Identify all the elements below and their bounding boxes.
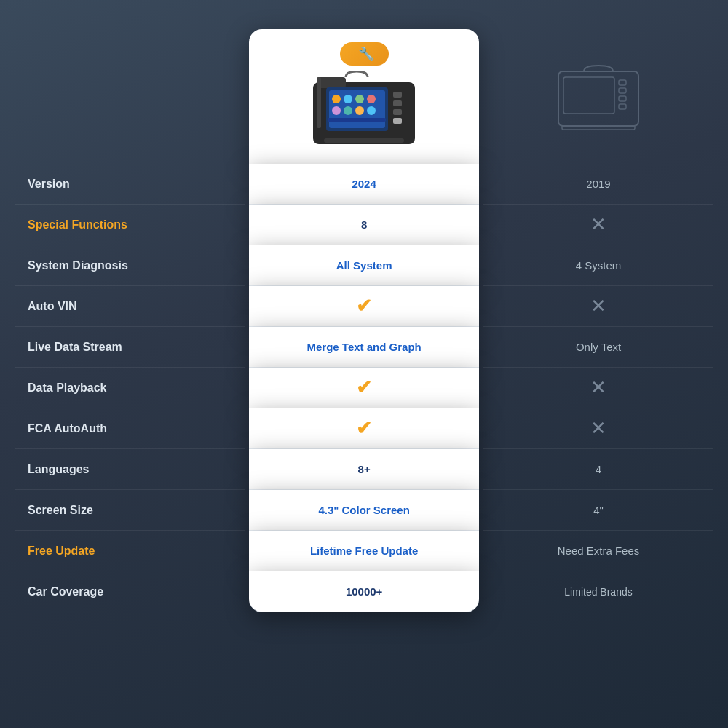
feature-label: FCA AutoAuth — [15, 408, 245, 449]
nt624-value: 4.3" Color Screen — [249, 490, 479, 531]
svg-rect-15 — [393, 100, 402, 106]
svg-rect-14 — [393, 92, 402, 98]
table-row: Free UpdateLifetime Free UpdateNeed Extr… — [15, 531, 713, 571]
nt624-value: 10000+ — [249, 571, 479, 612]
nt624-value: ✔ — [249, 408, 479, 449]
svg-rect-16 — [393, 109, 402, 115]
feature-label: Free Update — [15, 531, 245, 571]
svg-point-7 — [355, 95, 364, 103]
feature-col-header — [15, 29, 245, 164]
svg-point-11 — [355, 106, 364, 115]
cross-icon: ✕ — [590, 376, 606, 399]
table-row: Languages8+4 — [15, 449, 713, 490]
svg-rect-2 — [317, 77, 321, 128]
comparison-grid: 🔧 — [15, 29, 713, 612]
competitor-value: Only Text — [483, 327, 713, 368]
table-row: Live Data StreamMerge Text and GraphOnly… — [15, 327, 713, 368]
nt624-badge: 🔧 — [340, 42, 389, 66]
check-icon: ✔ — [356, 376, 372, 399]
wrench-icon: 🔧 — [358, 46, 374, 62]
table-row: Auto VIN✔✕ — [15, 286, 713, 327]
nt624-value: ✔ — [249, 368, 479, 408]
nt624-value: Lifetime Free Update — [249, 531, 479, 571]
svg-point-9 — [332, 106, 341, 115]
svg-point-5 — [332, 95, 341, 103]
table-row: Data Playback✔✕ — [15, 368, 713, 408]
svg-rect-22 — [619, 88, 626, 93]
feature-label: System Diagnosis — [15, 245, 245, 286]
svg-rect-13 — [328, 118, 386, 122]
competitor-col-header — [483, 29, 713, 164]
feature-label: Car Coverage — [15, 571, 245, 612]
competitor-value: 2019 — [483, 164, 713, 205]
svg-rect-23 — [619, 96, 626, 101]
table-row: System DiagnosisAll System4 System — [15, 245, 713, 286]
svg-rect-21 — [619, 80, 626, 85]
cross-icon: ✕ — [590, 295, 606, 317]
data-rows: Version20242019Special Functions8✕System… — [15, 164, 713, 612]
competitor-value: ✕ — [483, 205, 713, 245]
svg-point-8 — [367, 95, 376, 103]
competitor-value: 4" — [483, 490, 713, 531]
table-row: Special Functions8✕ — [15, 205, 713, 245]
svg-rect-24 — [619, 104, 626, 109]
nt624-col-header: 🔧 — [249, 29, 479, 164]
feature-label: Special Functions — [15, 205, 245, 245]
cross-icon: ✕ — [590, 213, 606, 236]
nt624-value: 2024 — [249, 164, 479, 205]
table-row: Car Coverage10000+Limited Brands — [15, 571, 713, 612]
svg-rect-25 — [562, 126, 635, 130]
competitor-value: ✕ — [483, 286, 713, 327]
svg-point-6 — [344, 95, 352, 103]
competitor-value: ✕ — [483, 408, 713, 449]
svg-rect-17 — [393, 118, 402, 124]
check-icon: ✔ — [356, 295, 372, 317]
nt624-value: 8 — [249, 205, 479, 245]
competitor-value: 4 — [483, 449, 713, 490]
check-icon: ✔ — [356, 417, 372, 440]
table-row: Screen Size4.3" Color Screen4" — [15, 490, 713, 531]
competitor-value: 4 System — [483, 245, 713, 286]
table-row: Version20242019 — [15, 164, 713, 205]
competitor-value: Limited Brands — [483, 571, 713, 612]
competitor-device-image — [555, 64, 642, 137]
table-row: FCA AutoAuth✔✕ — [15, 408, 713, 449]
feature-label: Languages — [15, 449, 245, 490]
svg-rect-18 — [324, 138, 404, 143]
nt624-value: All System — [249, 245, 479, 286]
feature-label: Screen Size — [15, 490, 245, 531]
main-container: 🔧 — [0, 0, 728, 728]
nt624-device-image — [306, 71, 422, 151]
feature-label: Data Playback — [15, 368, 245, 408]
nt624-value: 8+ — [249, 449, 479, 490]
competitor-value: ✕ — [483, 368, 713, 408]
feature-label: Live Data Stream — [15, 327, 245, 368]
svg-point-10 — [344, 106, 352, 115]
svg-rect-20 — [563, 77, 614, 114]
feature-label: Auto VIN — [15, 286, 245, 327]
cross-icon: ✕ — [590, 417, 606, 440]
feature-label: Version — [15, 164, 245, 205]
header-row: 🔧 — [15, 29, 713, 164]
nt624-value: Merge Text and Graph — [249, 327, 479, 368]
svg-point-12 — [367, 106, 376, 115]
nt624-value: ✔ — [249, 286, 479, 327]
competitor-value: Need Extra Fees — [483, 531, 713, 571]
